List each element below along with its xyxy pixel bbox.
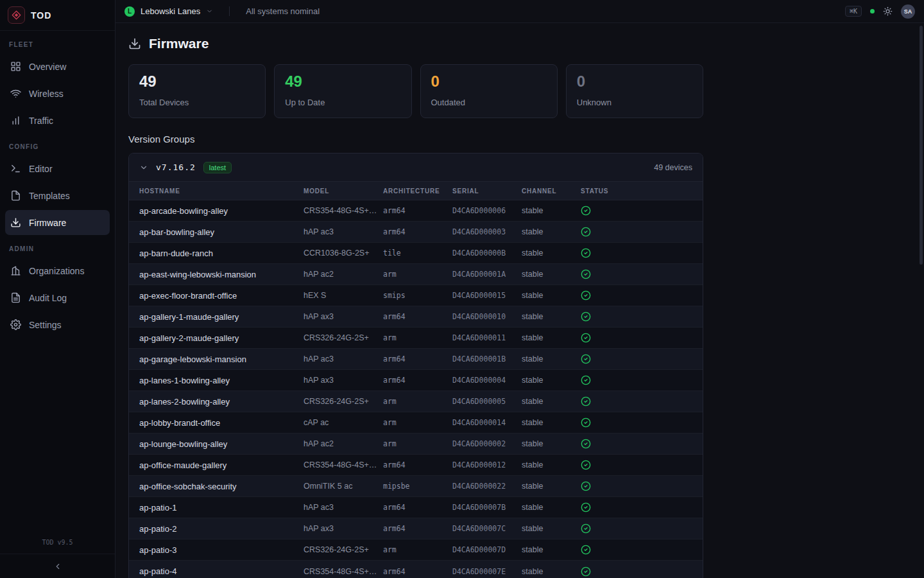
device-hostname: ap-arcade-bowling-alley [139,206,304,216]
device-model: cAP ac [304,418,383,427]
latest-badge: latest [203,162,232,173]
check-circle-icon [581,417,591,428]
device-serial: D4CA6D000005 [452,397,522,406]
device-hostname: ap-office-sobchak-security [139,482,304,491]
sidebar-item-wireless[interactable]: Wireless [5,81,110,106]
sidebar-item-editor[interactable]: Editor [5,156,110,181]
device-hostname: ap-gallery-1-maude-gallery [139,312,304,322]
device-architecture: arm [383,439,452,448]
diamond-logo-icon [12,10,21,20]
device-row[interactable]: ap-office-sobchak-securityOmniTIK 5 acmi… [129,476,703,497]
version-group-header[interactable]: v7.16.2 latest 49 devices [129,153,703,181]
device-architecture: arm [383,270,452,279]
device-channel: stable [522,397,581,406]
device-model: hAP ax3 [304,376,383,385]
device-serial: D4CA6D00007E [452,567,522,576]
device-status-ok [581,354,692,364]
device-row[interactable]: ap-office-maude-galleryCRS354-48G-4S+…ar… [129,455,703,476]
theme-toggle-button[interactable] [883,6,893,16]
device-status-ok [581,311,692,322]
device-row[interactable]: ap-bar-bowling-alleyhAP ac3arm64D4CA6D00… [129,222,703,243]
device-channel: stable [522,503,581,512]
sidebar-item-traffic[interactable]: Traffic [5,108,110,133]
org-switcher[interactable] [206,8,213,15]
device-model: hEX S [304,291,383,300]
sidebar-item-label: Traffic [29,116,53,126]
device-hostname: ap-garage-lebowski-mansion [139,355,304,364]
device-channel: stable [522,312,581,321]
stat-card-total-devices: 49Total Devices [128,64,266,118]
check-circle-icon [581,354,591,364]
sidebar-item-organizations[interactable]: Organizations [5,258,110,283]
device-channel: stable [522,291,581,300]
device-row[interactable]: ap-patio-2hAP ax3arm64D4CA6D00007Cstable [129,518,703,539]
device-row[interactable]: ap-patio-1hAP ac3arm64D4CA6D00007Bstable [129,497,703,518]
device-row[interactable]: ap-garage-lebowski-mansionhAP ac3arm64D4… [129,349,703,370]
bar-chart-icon [10,115,21,126]
device-row[interactable]: ap-gallery-1-maude-galleryhAP ax3arm64D4… [129,306,703,328]
device-channel: stable [522,524,581,533]
sidebar-item-label: Audit Log [29,293,67,303]
device-hostname: ap-lobby-brandt-office [139,418,304,428]
nav-section-label-admin: ADMIN [5,245,110,252]
device-row[interactable]: ap-lanes-2-bowling-alleyCRS326-24G-2S+ar… [129,391,703,412]
device-model: hAP ac2 [304,270,383,279]
device-architecture: arm64 [383,355,452,363]
gear-icon [10,319,21,330]
download-icon [128,37,141,50]
device-model: CRS326-24G-2S+ [304,397,383,406]
device-architecture: arm64 [383,312,452,321]
device-row[interactable]: ap-lounge-bowling-alleyhAP ac2armD4CA6D0… [129,434,703,455]
device-channel: stable [522,270,581,279]
device-row[interactable]: ap-lanes-1-bowling-alleyhAP ax3arm64D4CA… [129,370,703,391]
org-name[interactable]: Lebowski Lanes [141,6,200,16]
sidebar-collapse-button[interactable] [0,554,115,578]
sidebar-item-overview[interactable]: Overview [5,54,110,79]
check-circle-icon [581,523,591,534]
check-circle-icon [581,502,591,512]
sidebar-item-label: Firmware [29,218,66,228]
column-header-serial: SERIAL [452,188,522,195]
sidebar-item-label: Wireless [29,89,64,99]
column-header-status: STATUS [581,188,692,195]
device-hostname: ap-east-wing-lebowski-mansion [139,270,304,279]
device-row[interactable]: ap-patio-4CRS354-48G-4S+…arm64D4CA6D0000… [129,561,703,578]
stat-label: Unknown [577,98,692,107]
command-palette-shortcut[interactable]: ⌘K [845,6,862,17]
device-row[interactable]: ap-east-wing-lebowski-mansionhAP ac2armD… [129,264,703,285]
device-architecture: mipsbe [383,482,452,491]
device-row[interactable]: ap-lobby-brandt-officecAP acarmD4CA6D000… [129,412,703,434]
sidebar-item-templates[interactable]: Templates [5,183,110,208]
device-channel: stable [522,460,581,469]
device-hostname: ap-patio-2 [139,524,304,534]
system-status-text: All systems nominal [246,6,320,16]
stat-value: 49 [285,74,400,89]
device-row[interactable]: ap-exec-floor-brandt-officehEX SsmipsD4C… [129,285,703,306]
device-architecture: tile [383,249,452,258]
device-serial: D4CA6D000011 [452,333,522,342]
user-avatar[interactable]: SA [901,4,915,19]
device-row[interactable]: ap-barn-dude-ranchCCR1036-8G-2S+tileD4CA… [129,243,703,264]
sidebar-item-label: Templates [29,191,70,201]
device-model: CRS354-48G-4S+… [304,567,383,576]
device-hostname: ap-patio-1 [139,503,304,512]
device-model: hAP ax3 [304,312,383,321]
device-architecture: arm64 [383,460,452,469]
device-architecture: arm [383,397,452,406]
device-table-head: HOSTNAMEMODELARCHITECTURESERIALCHANNELST… [129,181,703,200]
device-status-ok [581,545,692,555]
check-circle-icon [581,248,591,258]
device-row[interactable]: ap-gallery-2-maude-galleryCRS326-24G-2S+… [129,328,703,349]
stat-value: 0 [577,74,692,89]
sidebar-item-audit-log[interactable]: Audit Log [5,285,110,310]
stat-value: 49 [139,74,255,89]
sidebar-item-firmware[interactable]: Firmware [5,210,110,235]
device-row[interactable]: ap-arcade-bowling-alleyCRS354-48G-4S+…ar… [129,200,703,222]
device-model: hAP ax3 [304,524,383,533]
scrollbar-thumb[interactable] [920,26,923,265]
app-root: TOD FLEETOverviewWirelessTrafficCONFIGEd… [0,0,924,578]
sidebar-item-settings[interactable]: Settings [5,312,110,337]
device-row[interactable]: ap-patio-3CRS326-24G-2S+armD4CA6D00007Ds… [129,539,703,561]
device-hostname: ap-barn-dude-ranch [139,249,304,258]
device-status-ok [581,375,692,385]
